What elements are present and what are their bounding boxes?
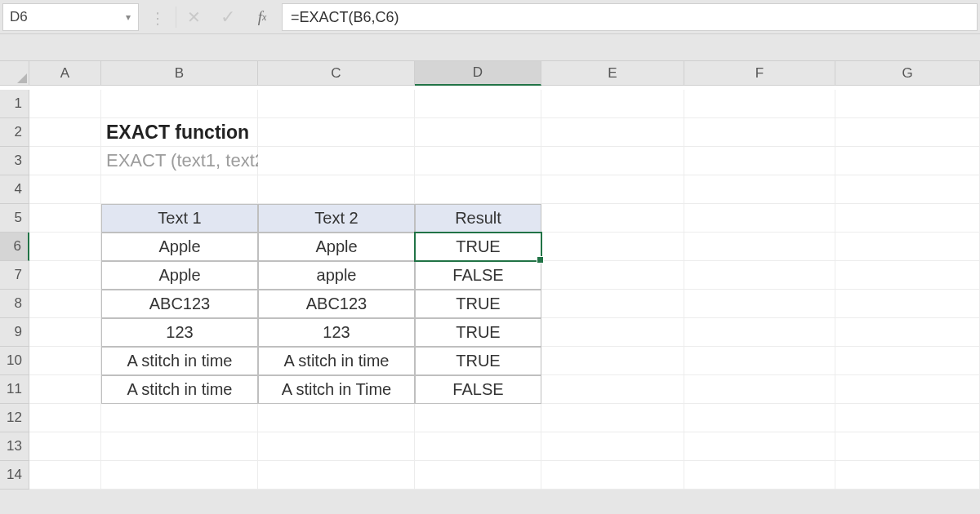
- col-head-G[interactable]: G: [835, 61, 980, 86]
- cell-F12[interactable]: [684, 404, 835, 432]
- cell-F10[interactable]: [684, 347, 835, 375]
- row-head-12[interactable]: 12: [0, 404, 29, 432]
- cell-F5[interactable]: [684, 204, 835, 233]
- cell-G5[interactable]: [835, 204, 980, 233]
- cell-A14[interactable]: [29, 461, 101, 490]
- cell-F9[interactable]: [684, 318, 835, 347]
- cell-A1[interactable]: [29, 90, 101, 118]
- cell-B2[interactable]: EXACT function: [101, 118, 258, 147]
- col-head-F[interactable]: F: [684, 61, 835, 86]
- cell-E10[interactable]: [541, 347, 684, 375]
- cell-B5[interactable]: Text 1: [101, 204, 258, 233]
- cell-D1[interactable]: [415, 90, 541, 118]
- cell-A2[interactable]: [29, 118, 101, 147]
- col-head-B[interactable]: B: [101, 61, 258, 86]
- col-head-D[interactable]: D: [415, 61, 541, 86]
- row-head-13[interactable]: 13: [0, 432, 29, 461]
- cell-D6[interactable]: TRUE: [415, 233, 541, 261]
- cell-G10[interactable]: [835, 347, 980, 375]
- formula-options-icon[interactable]: ⋯: [141, 0, 176, 34]
- row-head-14[interactable]: 14: [0, 461, 29, 490]
- col-head-E[interactable]: E: [541, 61, 684, 86]
- cell-A11[interactable]: [29, 375, 101, 404]
- cell-G8[interactable]: [835, 290, 980, 318]
- cell-B7[interactable]: Apple: [101, 261, 258, 290]
- cell-C9[interactable]: 123: [258, 318, 415, 347]
- cell-G2[interactable]: [835, 118, 980, 147]
- cell-E11[interactable]: [541, 375, 684, 404]
- cell-C2[interactable]: [258, 118, 415, 147]
- cell-E3[interactable]: [541, 147, 684, 175]
- cell-D5[interactable]: Result: [415, 204, 541, 233]
- cell-A4[interactable]: [29, 175, 101, 204]
- cell-B1[interactable]: [101, 90, 258, 118]
- cell-F11[interactable]: [684, 375, 835, 404]
- cell-E6[interactable]: [541, 233, 684, 261]
- cell-F4[interactable]: [684, 175, 835, 204]
- cell-C5[interactable]: Text 2: [258, 204, 415, 233]
- cell-D8[interactable]: TRUE: [415, 290, 541, 318]
- cell-G13[interactable]: [835, 432, 980, 461]
- cell-E1[interactable]: [541, 90, 684, 118]
- cell-G11[interactable]: [835, 375, 980, 404]
- cell-C3[interactable]: [258, 147, 415, 175]
- cell-G4[interactable]: [835, 175, 980, 204]
- cell-E13[interactable]: [541, 432, 684, 461]
- cell-B3[interactable]: EXACT (text1, text2): [101, 147, 258, 175]
- cell-D11[interactable]: FALSE: [415, 375, 541, 404]
- cell-F14[interactable]: [684, 461, 835, 490]
- row-head-3[interactable]: 3: [0, 147, 29, 175]
- cell-D4[interactable]: [415, 175, 541, 204]
- cell-D13[interactable]: [415, 432, 541, 461]
- row-head-4[interactable]: 4: [0, 175, 29, 204]
- cell-F13[interactable]: [684, 432, 835, 461]
- col-head-C[interactable]: C: [258, 61, 415, 86]
- cell-G9[interactable]: [835, 318, 980, 347]
- cell-E7[interactable]: [541, 261, 684, 290]
- enter-icon[interactable]: ✓: [211, 0, 245, 34]
- row-head-2[interactable]: 2: [0, 118, 29, 147]
- cell-B12[interactable]: [101, 404, 258, 432]
- cell-D2[interactable]: [415, 118, 541, 147]
- cell-E2[interactable]: [541, 118, 684, 147]
- cell-F8[interactable]: [684, 290, 835, 318]
- cell-D12[interactable]: [415, 404, 541, 432]
- cell-A8[interactable]: [29, 290, 101, 318]
- cell-F1[interactable]: [684, 90, 835, 118]
- cell-A5[interactable]: [29, 204, 101, 233]
- cell-B11[interactable]: A stitch in time: [101, 375, 258, 404]
- insert-function-icon[interactable]: fx: [245, 0, 279, 34]
- cell-G7[interactable]: [835, 261, 980, 290]
- cell-C10[interactable]: A stitch in time: [258, 347, 415, 375]
- cell-B14[interactable]: [101, 461, 258, 490]
- cell-B13[interactable]: [101, 432, 258, 461]
- cell-D10[interactable]: TRUE: [415, 347, 541, 375]
- cell-D14[interactable]: [415, 461, 541, 490]
- cell-A3[interactable]: [29, 147, 101, 175]
- row-head-6[interactable]: 6: [0, 233, 29, 261]
- name-box[interactable]: D6 ▾: [2, 3, 139, 31]
- cell-B8[interactable]: ABC123: [101, 290, 258, 318]
- cell-E4[interactable]: [541, 175, 684, 204]
- cell-G12[interactable]: [835, 404, 980, 432]
- row-head-10[interactable]: 10: [0, 347, 29, 375]
- cell-B10[interactable]: A stitch in time: [101, 347, 258, 375]
- cell-E8[interactable]: [541, 290, 684, 318]
- cell-B4[interactable]: [101, 175, 258, 204]
- cell-E9[interactable]: [541, 318, 684, 347]
- name-box-dropdown-icon[interactable]: ▾: [118, 11, 138, 23]
- col-head-A[interactable]: A: [29, 61, 101, 86]
- cell-A6[interactable]: [29, 233, 101, 261]
- cell-G3[interactable]: [835, 147, 980, 175]
- row-head-11[interactable]: 11: [0, 375, 29, 404]
- cell-F6[interactable]: [684, 233, 835, 261]
- formula-input[interactable]: =EXACT(B6,C6): [282, 3, 978, 31]
- spreadsheet-grid[interactable]: A B C D E F G 1 2 EXACT function 3 EXACT…: [0, 61, 980, 490]
- cell-C7[interactable]: apple: [258, 261, 415, 290]
- cell-A10[interactable]: [29, 347, 101, 375]
- cell-A12[interactable]: [29, 404, 101, 432]
- cell-B6[interactable]: Apple: [101, 233, 258, 261]
- select-all-corner[interactable]: [0, 61, 29, 86]
- cell-D9[interactable]: TRUE: [415, 318, 541, 347]
- cell-A7[interactable]: [29, 261, 101, 290]
